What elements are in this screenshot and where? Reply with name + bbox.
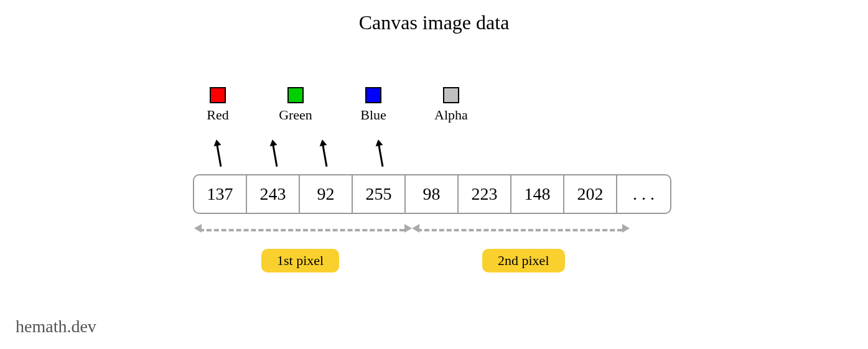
array-cell: 223: [459, 175, 511, 213]
byte-array: 137 243 92 255 98 223 148 202 . . .: [193, 174, 671, 214]
pixel-group-label: 2nd pixel: [482, 249, 565, 272]
array-cell: 202: [564, 175, 617, 213]
channel-label: Blue: [360, 107, 386, 123]
array-cell: 98: [406, 175, 459, 213]
array-cell: 148: [511, 175, 564, 213]
watermark: hemath.dev: [16, 317, 96, 337]
connector-arrow-icon: [216, 142, 222, 167]
connector-arrow-icon: [322, 142, 328, 167]
channel-green: Green: [277, 87, 314, 123]
array-cell: 255: [353, 175, 406, 213]
alpha-swatch-icon: [443, 87, 459, 103]
channel-label: Red: [207, 107, 228, 123]
array-cell: 92: [300, 175, 353, 213]
connector-arrow-icon: [272, 142, 278, 167]
arrow-left-icon: [194, 224, 202, 233]
arrow-left-icon: [412, 224, 419, 233]
range-line-icon: [417, 229, 622, 231]
green-swatch-icon: [287, 87, 304, 103]
pixel-group-label: 1st pixel: [261, 249, 339, 272]
array-cell: 243: [247, 175, 300, 213]
channel-label: Alpha: [434, 107, 468, 123]
arrow-right-icon: [622, 224, 630, 233]
array-cell: 137: [194, 175, 247, 213]
arrow-right-icon: [404, 224, 412, 233]
channel-legend: Red Green Blue Alpha: [199, 87, 470, 123]
blue-swatch-icon: [365, 87, 381, 103]
diagram-title: Canvas image data: [0, 11, 868, 34]
channel-alpha: Alpha: [432, 87, 470, 123]
channel-blue: Blue: [355, 87, 392, 123]
connector-arrow-icon: [378, 142, 384, 167]
array-cell-ellipsis: . . .: [617, 175, 670, 213]
channel-label: Green: [279, 107, 312, 123]
red-swatch-icon: [210, 87, 226, 103]
channel-red: Red: [199, 87, 236, 123]
range-line-icon: [199, 229, 404, 231]
